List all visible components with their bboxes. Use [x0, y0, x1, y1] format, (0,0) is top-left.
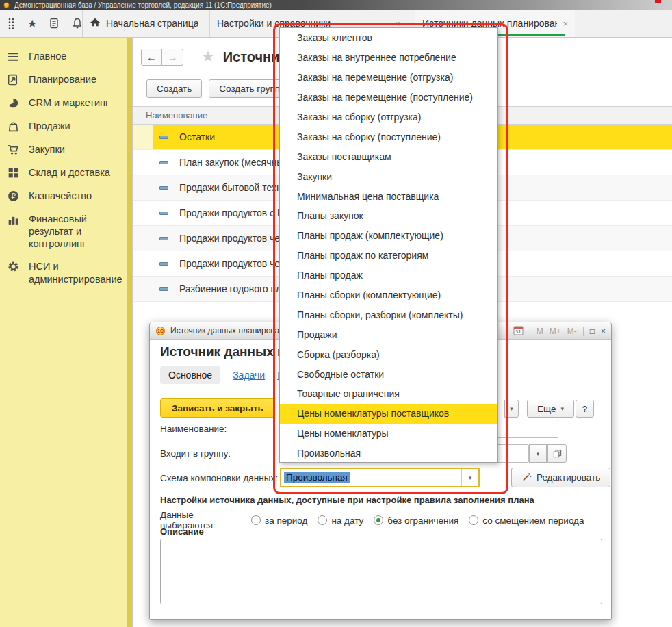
- tab-close-icon[interactable]: ×: [563, 18, 568, 29]
- gear-icon: [7, 260, 20, 273]
- grid-boxes-icon: [7, 166, 20, 179]
- settings-section-header: Настройки источника данных, доступные пр…: [160, 495, 534, 505]
- dropdown-item[interactable]: Заказы поставщикам: [280, 146, 497, 166]
- schema-combo-input[interactable]: Произвольная ▾: [280, 468, 480, 487]
- radio-bez-ogranicheniya[interactable]: без ограничения: [374, 515, 458, 526]
- ruble-coin-icon: ₽: [7, 190, 20, 203]
- sidebar-item-purchases[interactable]: Закупки: [7, 143, 122, 156]
- shopping-bag-icon: [7, 120, 20, 133]
- memory-mplus-button[interactable]: M+: [550, 327, 561, 336]
- calendar-icon[interactable]: 31: [513, 325, 524, 337]
- application-window: Демонстрационная база / Управление торго…: [0, 0, 672, 627]
- memory-mminus-button[interactable]: M-: [567, 327, 577, 336]
- bar-chart-icon: [7, 213, 20, 226]
- dropdown-item[interactable]: Товарные ограничения: [280, 384, 497, 404]
- sidebar-item-main[interactable]: Главное: [7, 50, 122, 63]
- dropdown-item[interactable]: Минимальная цена поставщика: [280, 186, 497, 206]
- chevron-down-icon: ▾: [560, 405, 564, 412]
- app-logo-icon: [3, 2, 10, 8]
- dropdown-item[interactable]: Заказы на сборку (отгрузка): [280, 107, 497, 127]
- dropdown-item[interactable]: Заказы клиентов: [280, 28, 497, 48]
- favorite-star-icon[interactable]: ★: [201, 48, 215, 66]
- help-button[interactable]: ?: [576, 400, 594, 418]
- tab-home[interactable]: Начальная страница: [82, 10, 209, 37]
- magic-wand-icon: [521, 472, 532, 484]
- radio-circle: [251, 515, 261, 525]
- radio-za-period[interactable]: за период: [251, 515, 307, 526]
- history-icon[interactable]: [48, 17, 60, 30]
- sidebar-item-finance[interactable]: Финансовый результат и контроллинг: [7, 213, 122, 250]
- nav-forward-button[interactable]: →: [162, 49, 183, 66]
- svg-text:31: 31: [515, 329, 521, 335]
- home-icon: [90, 17, 101, 29]
- shopping-cart-icon: [7, 143, 20, 156]
- dropdown-item[interactable]: Свободные остатки: [280, 364, 497, 384]
- memory-m-button[interactable]: M: [537, 327, 543, 336]
- list-item-icon: [159, 161, 168, 164]
- create-button[interactable]: Создать: [146, 79, 202, 98]
- list-item-icon: [159, 136, 168, 139]
- schema-field-label: Схема компоновки данных:: [160, 473, 278, 483]
- nav-back-button[interactable]: ←: [141, 49, 162, 66]
- edit-schema-button[interactable]: Редактировать: [511, 468, 610, 487]
- dropdown-item[interactable]: Планы сборки (комплектующие): [280, 285, 497, 305]
- dialog-close-button[interactable]: ×: [601, 327, 606, 336]
- group-choose-button[interactable]: [547, 444, 567, 463]
- sidebar-item-warehouse[interactable]: Склад и доставка: [7, 166, 122, 179]
- radio-circle: [469, 515, 478, 525]
- radio-circle: [318, 515, 327, 525]
- schema-dropdown-list: Заказы клиентов Заказы на внутреннее пот…: [279, 27, 498, 463]
- dropdown-item[interactable]: Планы сборки, разборки (комплекты): [280, 305, 497, 324]
- dropdown-item-highlighted[interactable]: Цены номенклатуры поставщиков: [280, 404, 497, 424]
- favorites-star-icon[interactable]: ★: [27, 17, 37, 30]
- name-field-label: Наименование:: [160, 424, 227, 434]
- sidebar-item-planning[interactable]: Планирование: [7, 73, 122, 86]
- window-title: Демонстрационная база / Управление торго…: [14, 1, 272, 9]
- group-dropdown-button[interactable]: ▾: [529, 444, 547, 463]
- sidebar-item-crm[interactable]: CRM и маркетинг: [7, 97, 122, 110]
- sidebar-item-sales[interactable]: Продажи: [7, 120, 122, 133]
- dropdown-item[interactable]: Цены номенклатуры: [280, 424, 497, 444]
- dropdown-item[interactable]: Планы закупок: [280, 206, 497, 226]
- dropdown-item[interactable]: Сборка (разборка): [280, 344, 497, 364]
- save-and-close-button[interactable]: Записать и закрыть: [160, 398, 275, 418]
- dropdown-item[interactable]: Заказы на сборку (поступление): [280, 127, 497, 146]
- dropdown-item[interactable]: Планы продаж: [280, 266, 497, 285]
- dropdown-item[interactable]: Планы продаж (комплектующие): [280, 226, 497, 246]
- split-button-caret[interactable]: ▾: [504, 400, 519, 418]
- description-label: Описание: [160, 526, 204, 537]
- more-button[interactable]: Еще ▾: [527, 400, 574, 418]
- svg-text:₽: ₽: [11, 192, 16, 200]
- radio-na-datu[interactable]: на дату: [318, 515, 363, 526]
- group-field-label: Входит в группу:: [160, 448, 231, 459]
- pie-chart-icon: [7, 97, 20, 110]
- dialog-heading: Источник данных пл: [160, 344, 294, 359]
- dropdown-item[interactable]: Заказы на перемещение (отгрузка): [280, 68, 497, 88]
- dropdown-item[interactable]: Заказы на внутреннее потребление: [280, 48, 497, 68]
- dialog-maximize-button[interactable]: □: [590, 327, 595, 336]
- sidebar-item-admin[interactable]: НСИ и администрирование: [7, 260, 122, 285]
- tab-label: Начальная страница: [106, 18, 198, 29]
- 1c-logo-icon: 1С: [156, 327, 165, 335]
- radio-circle: [374, 515, 383, 525]
- dropdown-item[interactable]: Заказы на перемещение (поступление): [280, 88, 497, 107]
- list-item-icon: [159, 212, 168, 215]
- schema-value-selected-text: Произвольная: [284, 472, 350, 483]
- dialog-tab-tasks[interactable]: Задачи: [233, 370, 265, 381]
- schema-dropdown-button[interactable]: ▾: [461, 469, 478, 486]
- sections-sidebar: Главное Планирование CRM и маркетинг Про…: [0, 38, 127, 627]
- radio-so-smescheniem[interactable]: со смещением периода: [469, 515, 584, 526]
- description-textarea[interactable]: [160, 539, 602, 604]
- service-menu-icon[interactable]: [7, 17, 16, 30]
- window-close-button[interactable]: [655, 0, 661, 3]
- dropdown-item[interactable]: Продажи: [280, 324, 497, 344]
- dropdown-item[interactable]: Планы продаж по категориям: [280, 246, 497, 266]
- quick-toolbar: ★: [0, 10, 82, 37]
- dialog-tab-main[interactable]: Основное: [160, 366, 220, 384]
- dropdown-item[interactable]: Закупки: [280, 166, 497, 186]
- sidebar-splitter[interactable]: [127, 38, 133, 627]
- sidebar-item-treasury[interactable]: ₽ Казначейство: [7, 190, 122, 203]
- list-item-icon: [159, 237, 168, 240]
- window-titlebar: Демонстрационная база / Управление торго…: [0, 0, 672, 10]
- dropdown-item[interactable]: Произвольная: [280, 444, 497, 463]
